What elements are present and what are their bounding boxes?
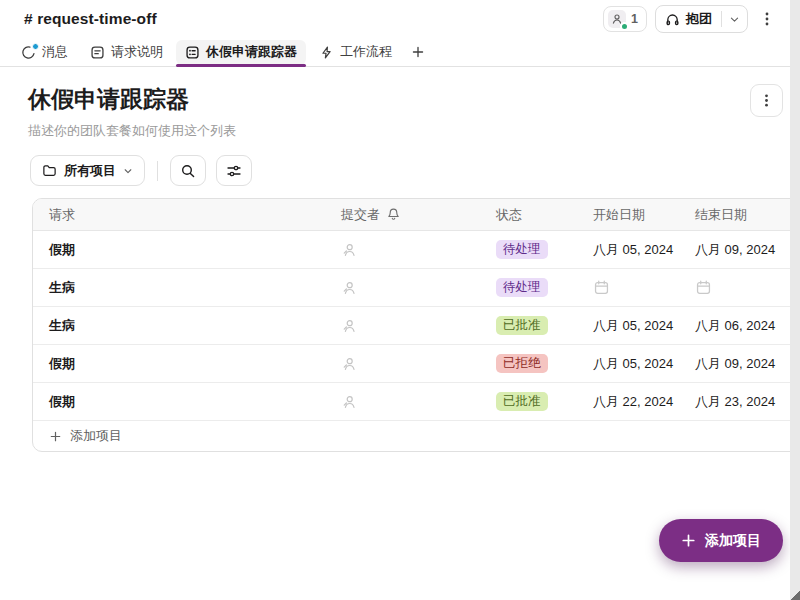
tab-workflow[interactable]: 工作流程 xyxy=(310,40,401,65)
view-selector-label: 所有项目 xyxy=(64,162,116,180)
search-icon xyxy=(180,163,196,179)
person-icon[interactable] xyxy=(341,280,357,296)
table-row[interactable]: 假期 待处理 八月 05, 2024 八月 09, 2024 去 xyxy=(33,231,800,269)
view-selector-button[interactable]: 所有项目 xyxy=(30,155,145,186)
end-date[interactable]: 八月 09, 2024 xyxy=(695,241,775,259)
column-header-request[interactable]: 请求 xyxy=(33,206,326,224)
search-button[interactable] xyxy=(170,155,206,186)
divider xyxy=(157,161,158,181)
person-icon[interactable] xyxy=(341,242,357,258)
request-name[interactable]: 假期 xyxy=(49,393,75,411)
window-edge-strip xyxy=(790,0,800,600)
huddle-button[interactable]: 抱团 xyxy=(656,10,721,28)
channel-header: # request-time-off 1 抱团 xyxy=(0,0,790,38)
page-title: 休假申请跟踪器 xyxy=(28,84,189,115)
workflow-icon xyxy=(319,45,334,60)
request-name[interactable]: 假期 xyxy=(49,355,75,373)
table-row[interactable]: 生病 已批准 八月 05, 2024 八月 06, 2024 你 xyxy=(33,307,800,345)
person-icon[interactable] xyxy=(341,318,357,334)
member-avatar xyxy=(608,10,626,28)
start-date[interactable]: 八月 05, 2024 xyxy=(593,241,673,259)
kebab-icon xyxy=(760,11,774,27)
person-icon[interactable] xyxy=(341,356,357,372)
column-header-submitter[interactable]: 提交者 xyxy=(326,206,481,224)
list-toolbar: 所有项目 xyxy=(30,155,262,186)
end-date[interactable]: 八月 23, 2024 xyxy=(695,393,775,411)
plus-icon xyxy=(411,45,425,59)
start-date[interactable]: 八月 22, 2024 xyxy=(593,393,673,411)
add-item-label: 添加项目 xyxy=(70,427,122,445)
filter-button[interactable] xyxy=(216,155,252,186)
folder-icon xyxy=(42,163,57,178)
status-badge[interactable]: 已批准 xyxy=(496,392,548,411)
member-count-button[interactable]: 1 xyxy=(603,6,647,32)
status-badge[interactable]: 已批准 xyxy=(496,316,548,335)
end-date[interactable]: 八月 09, 2024 xyxy=(695,355,775,373)
column-header-end-date[interactable]: 结束日期 xyxy=(680,206,776,224)
add-item-row[interactable]: 添加项目 xyxy=(33,421,800,451)
column-header-status[interactable]: 状态 xyxy=(481,206,578,224)
list-options-button[interactable] xyxy=(750,84,783,117)
column-header-start-date[interactable]: 开始日期 xyxy=(578,206,680,224)
huddle-button-group: 抱团 xyxy=(655,5,748,33)
chevron-down-icon xyxy=(729,14,740,25)
channel-tabbar: 消息 请求说明 休假申请跟踪器 工作流程 xyxy=(0,38,790,67)
tab-messages[interactable]: 消息 xyxy=(12,40,77,65)
plus-icon xyxy=(49,430,62,443)
kebab-icon xyxy=(760,93,773,108)
table-row[interactable]: 假期 已拒绝 八月 05, 2024 八月 09, 2024 奥 xyxy=(33,345,800,383)
messages-icon xyxy=(21,45,36,60)
sliders-icon xyxy=(226,163,242,179)
table-header-row: 请求 提交者 状态 开始日期 结束日期 备 xyxy=(33,199,800,231)
calendar-icon[interactable] xyxy=(695,279,712,296)
add-tab-button[interactable] xyxy=(405,40,431,65)
channel-title: # request-time-off xyxy=(24,10,157,28)
list-icon xyxy=(185,45,200,60)
time-off-table: 请求 提交者 状态 开始日期 结束日期 备 假期 待处理 八月 05, 2024… xyxy=(32,198,800,452)
end-date[interactable]: 八月 06, 2024 xyxy=(695,317,775,335)
status-badge[interactable]: 待处理 xyxy=(496,278,548,297)
tab-label: 消息 xyxy=(42,43,68,61)
tab-time-off-tracker[interactable]: 休假申请跟踪器 xyxy=(176,40,306,65)
channel-header-actions: 1 抱团 xyxy=(603,5,778,33)
tab-label: 休假申请跟踪器 xyxy=(206,43,297,61)
request-name[interactable]: 生病 xyxy=(49,317,75,335)
status-badge[interactable]: 已拒绝 xyxy=(496,354,548,373)
table-row[interactable]: 假期 已批准 八月 22, 2024 八月 23, 2024 超 xyxy=(33,383,800,421)
request-name[interactable]: 假期 xyxy=(49,241,75,259)
presence-indicator-icon xyxy=(620,22,629,31)
tab-label: 工作流程 xyxy=(340,43,392,61)
resize-corner xyxy=(790,590,800,600)
fab-label: 添加项目 xyxy=(705,532,761,550)
add-item-fab-button[interactable]: 添加项目 xyxy=(659,519,783,562)
canvas-icon xyxy=(90,45,105,60)
tab-canvas[interactable]: 请求说明 xyxy=(81,40,172,65)
request-name[interactable]: 生病 xyxy=(49,279,75,297)
page-description: 描述你的团队套餐如何使用这个列表 xyxy=(28,122,236,140)
start-date[interactable]: 八月 05, 2024 xyxy=(593,355,673,373)
slack-channel-view: # request-time-off 1 抱团 xyxy=(0,0,800,600)
status-badge[interactable]: 待处理 xyxy=(496,240,548,259)
person-icon[interactable] xyxy=(341,394,357,410)
headphones-icon xyxy=(665,12,680,27)
table-row[interactable]: 生病 待处理 xyxy=(33,269,800,307)
unread-badge xyxy=(32,43,39,50)
chevron-down-icon xyxy=(123,166,133,176)
bell-icon xyxy=(386,207,401,222)
plus-icon xyxy=(681,533,696,548)
member-count: 1 xyxy=(631,12,638,26)
calendar-icon[interactable] xyxy=(593,279,610,296)
huddle-label: 抱团 xyxy=(686,10,712,28)
start-date[interactable]: 八月 05, 2024 xyxy=(593,317,673,335)
huddle-options-button[interactable] xyxy=(722,14,747,25)
channel-menu-button[interactable] xyxy=(756,6,778,32)
tab-label: 请求说明 xyxy=(111,43,163,61)
